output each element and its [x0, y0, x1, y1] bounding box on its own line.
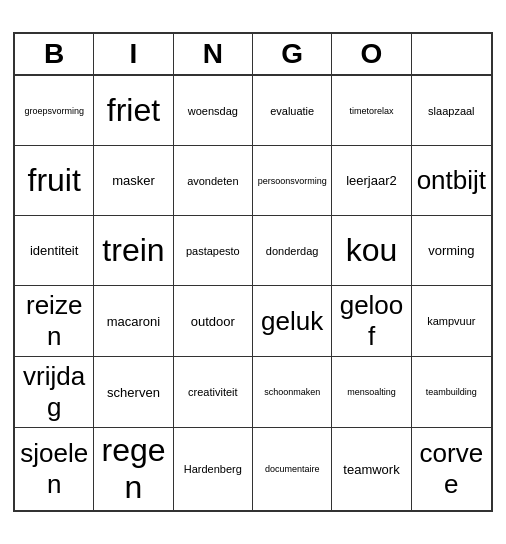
cell-3-5: kampvuur [412, 286, 491, 357]
bingo-header: BINGO [15, 34, 491, 76]
cell-1-5: ontbijt [412, 146, 491, 216]
cell-3-4: geloof [332, 286, 411, 357]
cell-4-4: mensoalting [332, 357, 411, 428]
cell-2-3: donderdag [253, 216, 332, 286]
cell-5-3: documentaire [253, 428, 332, 510]
bingo-grid: groepsvormingfrietwoensdagevaluatietimet… [15, 76, 491, 510]
header-letter-5 [412, 34, 491, 74]
header-letter-3: G [253, 34, 332, 74]
cell-4-3: schoonmaken [253, 357, 332, 428]
header-letter-1: I [94, 34, 173, 74]
cell-2-2: pastapesto [174, 216, 253, 286]
cell-3-1: macaroni [94, 286, 173, 357]
cell-1-0: fruit [15, 146, 94, 216]
cell-1-1: masker [94, 146, 173, 216]
cell-3-0: reizen [15, 286, 94, 357]
cell-1-2: avondeten [174, 146, 253, 216]
cell-0-0: groepsvorming [15, 76, 94, 146]
cell-0-5: slaapzaal [412, 76, 491, 146]
cell-4-2: creativiteit [174, 357, 253, 428]
cell-2-4: kou [332, 216, 411, 286]
cell-4-1: scherven [94, 357, 173, 428]
cell-2-0: identiteit [15, 216, 94, 286]
cell-1-4: leerjaar2 [332, 146, 411, 216]
cell-2-1: trein [94, 216, 173, 286]
cell-0-2: woensdag [174, 76, 253, 146]
cell-3-2: outdoor [174, 286, 253, 357]
header-letter-2: N [174, 34, 253, 74]
bingo-card: BINGO groepsvormingfrietwoensdagevaluati… [13, 32, 493, 512]
cell-5-4: teamwork [332, 428, 411, 510]
cell-4-5: teambuilding [412, 357, 491, 428]
cell-0-1: friet [94, 76, 173, 146]
header-letter-4: O [332, 34, 411, 74]
cell-2-5: vorming [412, 216, 491, 286]
cell-0-4: timetorelax [332, 76, 411, 146]
cell-0-3: evaluatie [253, 76, 332, 146]
cell-5-0: sjoelen [15, 428, 94, 510]
cell-3-3: geluk [253, 286, 332, 357]
cell-5-1: regen [94, 428, 173, 510]
cell-5-5: corvee [412, 428, 491, 510]
header-letter-0: B [15, 34, 94, 74]
cell-1-3: persoonsvorming [253, 146, 332, 216]
cell-5-2: Hardenberg [174, 428, 253, 510]
cell-4-0: vrijdag [15, 357, 94, 428]
